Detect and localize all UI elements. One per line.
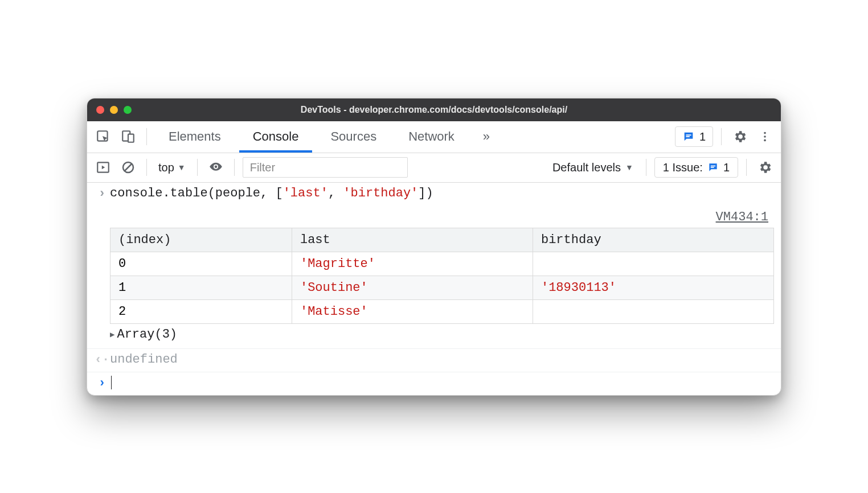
device-toolbar-icon[interactable] [118, 126, 138, 147]
tab-console[interactable]: Console [239, 121, 313, 153]
svg-rect-0 [97, 131, 107, 141]
chevron-down-icon: ▼ [625, 163, 633, 172]
titlebar: DevTools - developer.chrome.com/docs/dev… [87, 98, 781, 121]
cell-value: 'Magritte' [292, 252, 533, 276]
svg-rect-12 [711, 166, 715, 167]
divider [646, 159, 646, 176]
code-text: , [328, 186, 343, 200]
svg-line-10 [125, 164, 132, 171]
issues-label: 1 Issue: [663, 161, 703, 174]
divider [721, 128, 722, 145]
divider [234, 159, 235, 176]
toggle-sidebar-icon[interactable] [93, 157, 113, 178]
tab-label: Network [408, 129, 455, 144]
cell-value [533, 252, 773, 276]
close-window-button[interactable] [96, 106, 104, 114]
svg-point-11 [214, 166, 217, 169]
cell-index: 1 [110, 276, 292, 299]
divider [197, 159, 198, 176]
prompt-chevron-icon: › [94, 376, 110, 392]
kebab-menu-icon[interactable] [755, 126, 775, 147]
tab-network[interactable]: Network [395, 121, 468, 153]
cell-value: 'Soutine' [292, 276, 533, 299]
levels-label: Default levels [552, 161, 621, 174]
console-output: › console.table(people, ['last', 'birthd… [87, 183, 781, 395]
text-cursor [111, 376, 112, 389]
table-header[interactable]: (index) [110, 228, 292, 252]
cell-value: 'Matisse' [292, 299, 533, 323]
more-tabs-button[interactable]: » [473, 129, 500, 144]
clear-console-icon[interactable] [118, 157, 138, 178]
svg-point-7 [764, 139, 766, 142]
cell-value: '18930113' [533, 276, 773, 299]
console-toolbar: top ▼ Default levels ▼ 1 Issue: 1 [87, 153, 781, 183]
svg-point-6 [764, 135, 766, 138]
console-table-output: VM434:1 (index) last birthday 0 'Magritt… [87, 206, 781, 349]
console-settings-icon[interactable] [755, 157, 775, 178]
array-summary-label: Array(3) [117, 327, 177, 342]
source-link[interactable]: VM434:1 [110, 210, 774, 224]
window-title: DevTools - developer.chrome.com/docs/dev… [87, 105, 781, 115]
chevron-right-double-icon: » [483, 129, 490, 143]
divider [746, 159, 747, 176]
log-levels-select[interactable]: Default levels ▼ [548, 161, 638, 174]
svg-rect-4 [686, 136, 689, 137]
expand-triangle-icon: ▶ [110, 330, 114, 339]
svg-rect-3 [686, 134, 691, 135]
code-text: ]) [418, 186, 433, 200]
cell-index: 0 [110, 252, 292, 276]
output-chevron-icon: ‹· [94, 352, 110, 368]
devtools-window: DevTools - developer.chrome.com/docs/dev… [87, 98, 781, 396]
cell-value [533, 299, 773, 323]
array-summary[interactable]: ▶ Array(3) [110, 324, 774, 342]
divider [146, 128, 147, 145]
console-return-row: ‹· undefined [87, 349, 781, 372]
tab-label: Console [253, 129, 299, 144]
table-row: 1 'Soutine' '18930113' [110, 276, 774, 299]
tab-sources[interactable]: Sources [317, 121, 390, 153]
issues-badge[interactable]: 1 Issue: 1 [654, 157, 738, 178]
issues-count: 1 [723, 161, 730, 174]
code-string: 'birthday' [343, 186, 418, 200]
entered-code: console.table(people, ['last', 'birthday… [110, 186, 774, 200]
cell-index: 2 [110, 299, 292, 323]
messages-count: 1 [699, 130, 706, 143]
messages-badge[interactable]: 1 [675, 126, 713, 147]
input-chevron-icon: › [94, 186, 110, 202]
table-header[interactable]: birthday [533, 228, 773, 252]
divider [146, 159, 147, 176]
traffic-lights [96, 106, 132, 114]
table-row: 0 'Magritte' [110, 252, 774, 276]
context-label: top [158, 161, 174, 174]
table-row: 2 'Matisse' [110, 299, 774, 323]
zoom-window-button[interactable] [124, 106, 132, 114]
execution-context-select[interactable]: top ▼ [155, 161, 189, 174]
console-prompt[interactable]: › [87, 372, 781, 395]
message-icon [682, 130, 695, 143]
console-input[interactable] [110, 376, 774, 390]
console-input-echo: › console.table(people, ['last', 'birthd… [87, 183, 781, 206]
svg-point-5 [764, 132, 766, 134]
svg-rect-2 [128, 134, 134, 142]
table-header[interactable]: last [292, 228, 533, 252]
live-expression-icon[interactable] [206, 157, 226, 178]
minimize-window-button[interactable] [110, 106, 118, 114]
table-header-row: (index) last birthday [110, 228, 774, 252]
inspect-element-icon[interactable] [93, 126, 113, 147]
console-table: (index) last birthday 0 'Magritte' 1 'So… [110, 228, 774, 324]
settings-icon[interactable] [730, 126, 750, 147]
tab-label: Sources [330, 129, 376, 144]
code-text: console.table(people, [ [110, 186, 283, 200]
svg-rect-13 [711, 167, 714, 168]
tab-label: Elements [169, 129, 221, 144]
message-icon [707, 162, 719, 173]
panel-tabs: Elements Console Sources Network » 1 [87, 121, 781, 153]
chevron-down-icon: ▼ [178, 163, 186, 172]
code-string: 'last' [283, 186, 328, 200]
tab-elements[interactable]: Elements [155, 121, 235, 153]
filter-input[interactable] [243, 157, 408, 178]
return-value: undefined [110, 352, 774, 367]
